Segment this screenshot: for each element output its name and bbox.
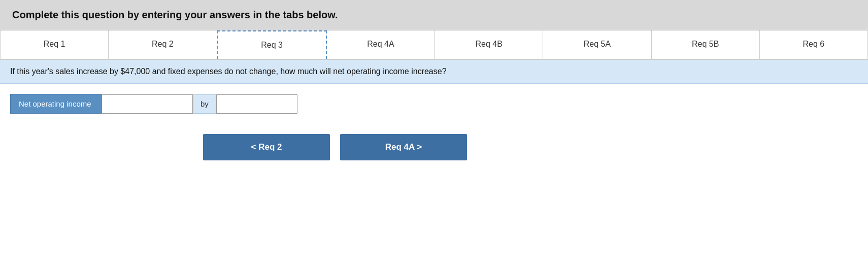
prev-button[interactable]: < Req 2 xyxy=(203,134,330,160)
question-text: If this year's sales increase by $47,000… xyxy=(10,67,447,76)
tabs-container: Req 1 Req 2 Req 3 Req 4A Req 4B Req 5A R… xyxy=(0,30,868,60)
tab-req4a[interactable]: Req 4A xyxy=(327,30,435,59)
tab-req2[interactable]: Req 2 xyxy=(109,30,217,59)
tab-req1[interactable]: Req 1 xyxy=(0,30,109,59)
question-banner: If this year's sales increase by $47,000… xyxy=(0,60,868,84)
by-label: by xyxy=(193,94,216,114)
answer-section: Net operating income by xyxy=(0,84,868,124)
tab-req6[interactable]: Req 6 xyxy=(760,30,868,59)
header-bar: Complete this question by entering your … xyxy=(0,0,868,30)
input-field-1[interactable] xyxy=(102,94,193,114)
tab-req5b[interactable]: Req 5B xyxy=(652,30,760,59)
tab-req5a[interactable]: Req 5A xyxy=(543,30,651,59)
tab-req3[interactable]: Req 3 xyxy=(217,30,327,59)
net-operating-income-label: Net operating income xyxy=(10,94,102,114)
tab-req4b[interactable]: Req 4B xyxy=(435,30,543,59)
input-field-2[interactable] xyxy=(216,94,297,114)
page-title: Complete this question by entering your … xyxy=(12,9,856,21)
next-button[interactable]: Req 4A > xyxy=(340,134,467,160)
nav-buttons: < Req 2 Req 4A > xyxy=(0,124,868,171)
